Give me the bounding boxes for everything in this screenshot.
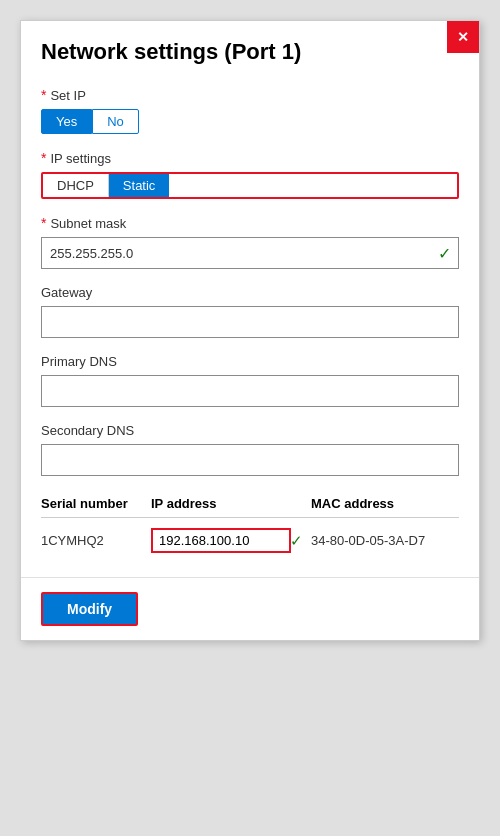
set-ip-label: * Set IP	[41, 87, 459, 103]
gateway-input-wrapper	[41, 306, 459, 338]
primary-dns-input[interactable]	[41, 375, 459, 407]
ip-cell-input[interactable]	[151, 528, 291, 553]
primary-dns-group: Primary DNS	[41, 354, 459, 407]
table-header: Serial number IP address MAC address	[41, 496, 459, 518]
set-ip-text: Set IP	[50, 88, 85, 103]
mac-cell: 34-80-0D-05-3A-D7	[311, 533, 459, 548]
dialog-body: * Set IP Yes No * IP settings DHCP Stati…	[21, 77, 479, 577]
subnet-mask-required: *	[41, 215, 46, 231]
ip-mode-toggle: DHCP Static	[41, 172, 459, 199]
dhcp-button[interactable]: DHCP	[43, 174, 109, 197]
ip-settings-group: * IP settings DHCP Static	[41, 150, 459, 199]
ip-settings-required: *	[41, 150, 46, 166]
gateway-input[interactable]	[41, 306, 459, 338]
close-button[interactable]: ✕	[447, 21, 479, 53]
ip-settings-text: IP settings	[50, 151, 110, 166]
gateway-text: Gateway	[41, 285, 92, 300]
dialog-title: Network settings (Port 1)	[21, 21, 479, 77]
gateway-group: Gateway	[41, 285, 459, 338]
set-ip-no-button[interactable]: No	[92, 109, 139, 134]
subnet-mask-label: * Subnet mask	[41, 215, 459, 231]
network-settings-dialog: ✕ Network settings (Port 1) * Set IP Yes…	[20, 20, 480, 641]
secondary-dns-label: Secondary DNS	[41, 423, 459, 438]
dialog-footer: Modify	[21, 577, 479, 640]
col-ip-header: IP address	[151, 496, 311, 511]
set-ip-required: *	[41, 87, 46, 103]
set-ip-toggle: Yes No	[41, 109, 459, 134]
static-button[interactable]: Static	[109, 174, 170, 197]
modify-button[interactable]: Modify	[41, 592, 138, 626]
gateway-label: Gateway	[41, 285, 459, 300]
device-table: Serial number IP address MAC address 1CY…	[41, 496, 459, 557]
subnet-mask-input[interactable]	[41, 237, 459, 269]
primary-dns-input-wrapper	[41, 375, 459, 407]
primary-dns-label: Primary DNS	[41, 354, 459, 369]
serial-cell: 1CYMHQ2	[41, 533, 151, 548]
subnet-mask-input-wrapper: ✓	[41, 237, 459, 269]
subnet-mask-text: Subnet mask	[50, 216, 126, 231]
ip-settings-label: * IP settings	[41, 150, 459, 166]
set-ip-yes-button[interactable]: Yes	[41, 109, 92, 134]
col-serial-header: Serial number	[41, 496, 151, 511]
table-row: 1CYMHQ2 ✓ 34-80-0D-05-3A-D7	[41, 524, 459, 557]
secondary-dns-text: Secondary DNS	[41, 423, 134, 438]
col-mac-header: MAC address	[311, 496, 459, 511]
ip-cell-check-icon: ✓	[290, 532, 303, 550]
secondary-dns-group: Secondary DNS	[41, 423, 459, 476]
secondary-dns-input[interactable]	[41, 444, 459, 476]
ip-cell-wrapper: ✓	[151, 528, 311, 553]
primary-dns-text: Primary DNS	[41, 354, 117, 369]
subnet-mask-check-icon: ✓	[438, 244, 451, 263]
set-ip-group: * Set IP Yes No	[41, 87, 459, 134]
secondary-dns-input-wrapper	[41, 444, 459, 476]
subnet-mask-group: * Subnet mask ✓	[41, 215, 459, 269]
